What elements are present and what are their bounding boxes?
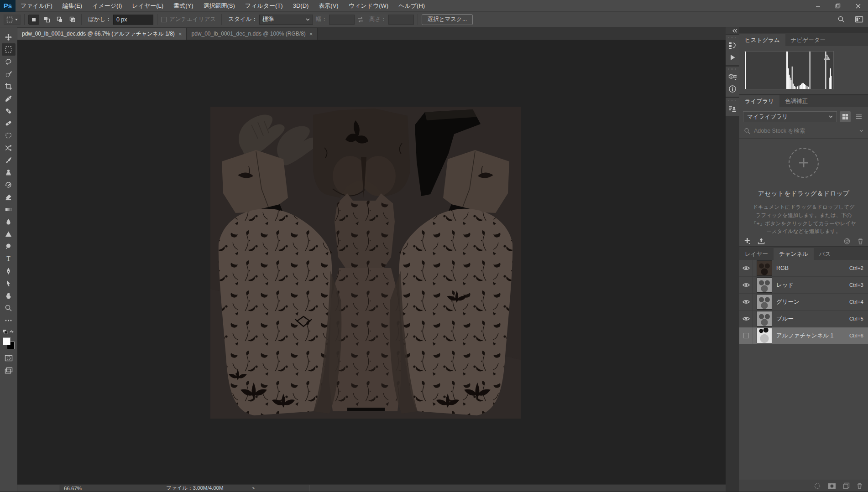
quick-mask-mode-button[interactable]	[2, 352, 16, 364]
visibility-toggle[interactable]	[739, 294, 753, 310]
list-view-button[interactable]	[853, 111, 864, 122]
visibility-toggle[interactable]	[739, 277, 753, 293]
library-search-input[interactable]	[754, 128, 856, 134]
library-search[interactable]	[739, 124, 868, 139]
menu-view[interactable]: 表示(V)	[314, 0, 343, 12]
swap-width-height-icon[interactable]	[356, 16, 365, 23]
tab-close-icon[interactable]: ×	[309, 31, 313, 37]
spot-healing-brush-tool[interactable]	[2, 105, 16, 117]
shape-tool[interactable]	[2, 228, 16, 240]
edit-toolbar-button[interactable]	[2, 314, 16, 326]
content-aware-move-tool[interactable]	[2, 142, 16, 154]
menu-help[interactable]: ヘルプ(H)	[393, 0, 430, 12]
channel-row-alpha-1[interactable]: アルファチャンネル 1 Ctrl+6	[739, 327, 868, 344]
channel-thumbnail[interactable]	[757, 277, 772, 293]
channel-thumbnail[interactable]	[757, 260, 772, 276]
window-restore-button[interactable]	[828, 0, 848, 12]
hand-tool[interactable]	[2, 290, 16, 302]
style-select[interactable]: 標準	[259, 15, 313, 25]
default-and-swap-colors-icons[interactable]	[3, 329, 15, 335]
zoom-level-field[interactable]: 66.67%	[59, 485, 113, 492]
history-panel-icon[interactable]	[727, 40, 738, 52]
direct-selection-tool[interactable]	[2, 277, 16, 290]
history-brush-tool[interactable]	[2, 179, 16, 191]
menu-filter[interactable]: フィルター(T)	[240, 0, 288, 12]
expand-panels-icon[interactable]	[732, 29, 737, 33]
height-input[interactable]	[388, 15, 414, 25]
histogram-refresh-warning-icon[interactable]	[823, 54, 831, 60]
healing-brush-tool[interactable]	[2, 117, 16, 129]
tab-adjustments[interactable]: 色調補正	[779, 95, 813, 107]
type-tool[interactable]: T	[2, 253, 16, 265]
grid-view-button[interactable]	[840, 111, 851, 122]
tool-preset-picker[interactable]	[4, 15, 21, 25]
channel-row-blue[interactable]: ブルー Ctrl+5	[739, 311, 868, 327]
channel-thumbnail[interactable]	[757, 294, 772, 310]
properties-panel-icon[interactable]	[727, 71, 738, 83]
antialias-checkbox[interactable]	[161, 17, 167, 22]
upload-asset-button[interactable]	[758, 238, 765, 244]
menu-layer[interactable]: レイヤー(L)	[127, 0, 168, 12]
document-canvas-image[interactable]	[210, 107, 521, 419]
tab-paths[interactable]: パス	[814, 248, 837, 260]
blur-tool[interactable]	[2, 216, 16, 228]
info-panel-icon[interactable]	[727, 83, 738, 95]
add-asset-button[interactable]	[744, 238, 751, 244]
delete-asset-icon[interactable]	[858, 238, 863, 244]
quick-selection-tool[interactable]	[2, 68, 16, 80]
channel-thumbnail[interactable]	[757, 311, 772, 326]
canvas-area[interactable]	[17, 40, 726, 484]
patch-tool[interactable]	[2, 129, 16, 142]
menu-file[interactable]: ファイル(F)	[16, 0, 58, 12]
intersect-selection-mode-button[interactable]	[67, 15, 78, 25]
tab-layers[interactable]: レイヤー	[739, 248, 774, 260]
feather-input[interactable]	[113, 15, 153, 25]
visibility-toggle[interactable]	[739, 311, 753, 327]
window-close-button[interactable]	[848, 0, 868, 12]
select-and-mask-button[interactable]: 選択とマスク...	[422, 14, 473, 25]
menu-select[interactable]: 選択範囲(S)	[199, 0, 240, 12]
clone-source-panel-icon[interactable]	[727, 103, 738, 114]
gradient-tool[interactable]	[2, 203, 16, 216]
library-dropzone[interactable]: アセットをドラッグ＆ドロップ ドキュメントにドラッグ＆ドロップしてグラフィックを…	[739, 139, 868, 236]
creative-cloud-sync-icon[interactable]	[843, 238, 851, 244]
foreground-color-swatch[interactable]	[3, 337, 10, 345]
search-icon[interactable]	[837, 16, 845, 23]
tab-channels[interactable]: チャンネル	[774, 248, 814, 260]
width-input[interactable]	[329, 15, 355, 25]
tab-close-icon[interactable]: ×	[178, 31, 182, 37]
visibility-toggle[interactable]	[739, 260, 753, 276]
channel-thumbnail[interactable]	[757, 328, 772, 343]
visibility-checkbox-empty[interactable]	[743, 333, 749, 338]
brush-tool[interactable]	[2, 154, 16, 166]
dodge-tool[interactable]	[2, 240, 16, 253]
menu-window[interactable]: ウィンドウ(W)	[344, 0, 393, 12]
zoom-tool[interactable]	[2, 302, 16, 314]
channel-row-rgb[interactable]: RGB Ctrl+2	[739, 260, 868, 277]
crop-tool[interactable]	[2, 80, 16, 93]
document-tab-2[interactable]: pdw_00_lb_0001_dec_n.dds @ 100% (RGB/8) …	[187, 28, 318, 40]
delete-channel-button[interactable]	[857, 482, 863, 489]
new-channel-button[interactable]	[843, 482, 850, 489]
channel-row-red[interactable]: レッド Ctrl+3	[739, 277, 868, 294]
status-chevron-icon[interactable]: ＞	[251, 485, 256, 492]
channel-row-green[interactable]: グリーン Ctrl+4	[739, 294, 868, 311]
new-selection-mode-button[interactable]	[28, 15, 39, 25]
subtract-selection-mode-button[interactable]	[54, 15, 65, 25]
save-selection-as-channel-button[interactable]	[828, 483, 836, 489]
lasso-tool[interactable]	[2, 56, 16, 68]
library-select[interactable]: マイライブラリ	[743, 111, 837, 122]
window-minimize-button[interactable]	[808, 0, 828, 12]
pen-tool[interactable]	[2, 265, 16, 277]
menu-type[interactable]: 書式(Y)	[168, 0, 198, 12]
document-tab-1[interactable]: pdw_00_lb_0001_dec.dds @ 66.7% (アルファチャンネ…	[17, 28, 187, 40]
workspace-switcher-icon[interactable]	[855, 16, 863, 23]
screen-mode-button[interactable]	[2, 364, 16, 377]
visibility-toggle[interactable]	[739, 327, 753, 344]
file-info[interactable]: ファイル：3.00M/4.00M ＞	[113, 485, 309, 492]
add-selection-mode-button[interactable]	[41, 15, 52, 25]
menu-edit[interactable]: 編集(E)	[58, 0, 87, 12]
tab-navigator[interactable]: ナビゲーター	[785, 34, 831, 46]
rectangular-marquee-tool[interactable]	[2, 43, 16, 56]
actions-panel-icon[interactable]	[727, 52, 738, 63]
